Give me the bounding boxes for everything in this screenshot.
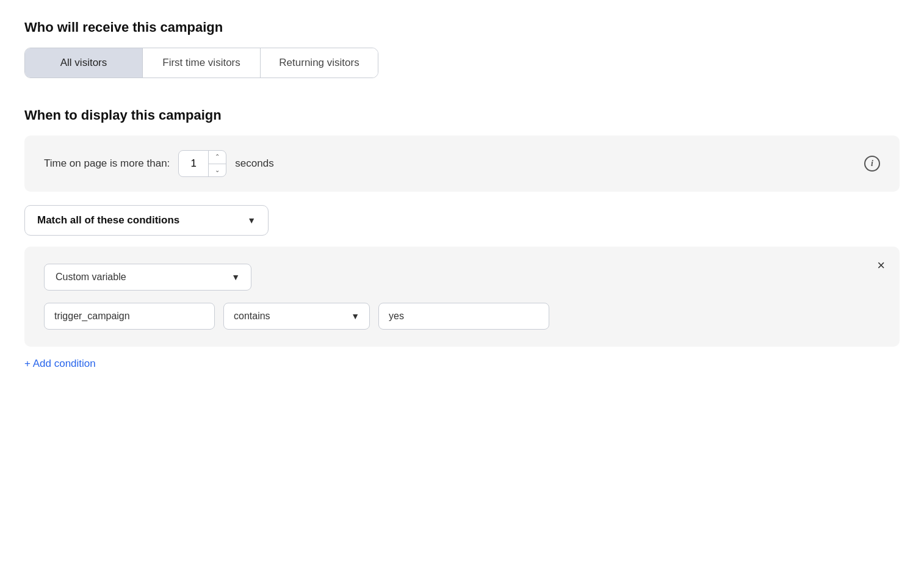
time-spinner[interactable]: ⌃ ⌄ [178, 150, 226, 177]
spinner-up-button[interactable]: ⌃ [209, 151, 226, 164]
tab-first-time-visitors[interactable]: First time visitors [143, 48, 261, 78]
condition-row: contains ▼ [44, 303, 880, 330]
condition-operator-chevron-icon: ▼ [351, 311, 359, 321]
condition-type-label: Custom variable [56, 272, 126, 283]
condition-type-dropdown[interactable]: Custom variable ▼ [44, 264, 251, 291]
condition-value-input[interactable] [378, 303, 549, 330]
add-condition-button[interactable]: + Add condition [24, 358, 96, 370]
when-section-title: When to display this campaign [24, 107, 900, 123]
conditions-box: × Custom variable ▼ contains ▼ [24, 247, 900, 347]
time-on-page-label: Time on page is more than: [44, 157, 170, 170]
condition-operator-dropdown[interactable]: contains ▼ [223, 303, 370, 330]
who-section-title: Who will receive this campaign [24, 20, 900, 35]
condition-operator-label: contains [234, 311, 270, 322]
seconds-label: seconds [235, 157, 273, 170]
when-section: When to display this campaign Time on pa… [24, 107, 900, 370]
tab-returning-visitors[interactable]: Returning visitors [261, 48, 378, 78]
match-conditions-dropdown[interactable]: Match all of these conditions ▼ [24, 205, 269, 236]
tab-all-visitors[interactable]: All visitors [25, 48, 143, 78]
who-section: Who will receive this campaign All visit… [24, 20, 900, 78]
condition-type-chevron-icon: ▼ [231, 272, 240, 282]
remove-condition-button[interactable]: × [877, 259, 885, 272]
info-icon[interactable]: i [864, 156, 880, 172]
visitor-tabs: All visitors First time visitors Returni… [24, 48, 378, 78]
spinner-buttons: ⌃ ⌄ [208, 151, 226, 176]
spinner-down-button[interactable]: ⌄ [209, 164, 226, 177]
time-on-page-box: Time on page is more than: ⌃ ⌄ seconds i [24, 136, 900, 192]
condition-variable-name-input[interactable] [44, 303, 215, 330]
match-conditions-chevron-icon: ▼ [247, 215, 256, 225]
match-conditions-label: Match all of these conditions [37, 214, 179, 226]
time-value-input[interactable] [179, 157, 208, 170]
